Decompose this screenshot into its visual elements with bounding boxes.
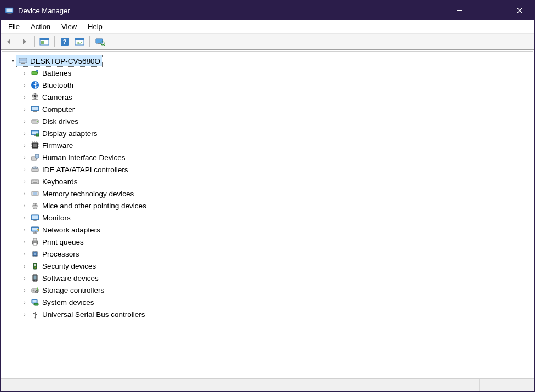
menu-help[interactable]: Help — [83, 21, 107, 32]
expander-icon[interactable]: › — [21, 263, 29, 269]
processor-icon — [30, 249, 40, 259]
svg-rect-52 — [38, 181, 39, 182]
tree-node[interactable]: › Firmware — [4, 139, 531, 151]
tree-node[interactable]: › Cameras — [4, 91, 531, 103]
battery-icon — [30, 68, 40, 78]
expander-icon[interactable]: › — [21, 143, 29, 149]
expander-icon[interactable]: › — [21, 299, 29, 305]
expander-icon[interactable]: › — [21, 155, 29, 161]
expander-icon[interactable]: › — [21, 70, 29, 76]
tree-node[interactable]: › IDE ATA/ATAPI controllers — [4, 163, 531, 175]
tree-node[interactable]: › Universal Serial Bus controllers — [4, 308, 531, 320]
toolbar-monitors-button[interactable] — [93, 35, 106, 48]
svg-point-85 — [35, 317, 36, 319]
bluetooth-icon — [30, 80, 40, 90]
window-title: Device Manager — [18, 7, 444, 15]
tree-node[interactable]: › Network adapters — [4, 224, 531, 236]
menu-action[interactable]: Action — [26, 21, 55, 32]
tree-node[interactable]: › Keyboards — [4, 175, 531, 188]
tree-node[interactable]: › Memory technology devices — [4, 188, 531, 200]
svg-rect-18 — [21, 63, 25, 64]
expander-icon[interactable]: › — [21, 118, 29, 124]
svg-rect-19 — [20, 64, 26, 64]
toolbar-back-button[interactable] — [3, 35, 16, 48]
svg-rect-20 — [32, 71, 37, 75]
svg-rect-74 — [34, 276, 37, 280]
toolbar: ? — [1, 33, 534, 50]
usb-icon — [30, 309, 40, 319]
svg-point-22 — [36, 70, 38, 72]
tree-node-label: IDE ATA/ATAPI controllers — [42, 166, 128, 174]
expander-icon[interactable]: › — [21, 215, 29, 221]
menubar: File Action View Help — [1, 20, 534, 33]
expander-icon[interactable]: › — [21, 94, 29, 100]
statusbar — [1, 378, 534, 391]
expander-icon[interactable]: › — [21, 275, 29, 281]
menu-view[interactable]: View — [57, 21, 81, 32]
svg-rect-37 — [34, 135, 36, 136]
tree-node[interactable]: › Computer — [4, 103, 531, 115]
system-icon — [30, 297, 40, 307]
tree-node-label: Disk drives — [42, 117, 78, 126]
tree-root-node[interactable]: ▾ DESKTOP-CV5680O — [4, 55, 531, 67]
tree-node[interactable]: › Software devices — [4, 272, 531, 284]
tree-node[interactable]: › System devices — [4, 296, 531, 308]
svg-rect-84 — [36, 304, 37, 304]
svg-text:?: ? — [63, 38, 67, 45]
svg-rect-31 — [32, 112, 38, 112]
status-cell — [1, 379, 386, 391]
ide-icon — [30, 164, 40, 174]
expander-icon[interactable]: › — [21, 130, 29, 137]
tree-node[interactable]: › Security devices — [4, 260, 531, 272]
svg-point-26 — [34, 95, 37, 98]
toolbar-help-button[interactable]: ? — [58, 35, 71, 48]
tree-node[interactable]: › Disk drives — [4, 115, 531, 127]
expander-icon[interactable]: › — [21, 227, 29, 233]
tree-node[interactable]: › Monitors — [4, 212, 531, 224]
tree-node-label: Display adapters — [42, 129, 98, 138]
tree-node[interactable]: › Bluetooth — [4, 79, 531, 91]
tree-node-label: Batteries — [42, 69, 71, 77]
toolbar-scan-button[interactable] — [73, 35, 86, 48]
svg-rect-12 — [75, 38, 84, 40]
tree-node[interactable]: › Storage controllers — [4, 284, 531, 296]
svg-rect-3 — [7, 14, 12, 14]
expander-icon[interactable]: › — [21, 251, 29, 257]
expander-icon[interactable]: › — [21, 191, 29, 197]
tree-node[interactable]: › Mice and other pointing devices — [4, 200, 531, 212]
software-icon — [30, 273, 40, 283]
svg-rect-17 — [20, 59, 26, 62]
expander-icon[interactable]: › — [21, 203, 29, 209]
security-icon — [30, 261, 40, 271]
expander-icon[interactable]: ▾ — [9, 58, 16, 64]
tree-node[interactable]: › Processors — [4, 248, 531, 260]
menu-file[interactable]: File — [4, 21, 24, 32]
svg-point-86 — [33, 313, 34, 314]
tree-node-label: Mice and other pointing devices — [42, 202, 146, 210]
tree-node[interactable]: › Print queues — [4, 236, 531, 248]
maximize-button[interactable] — [474, 1, 504, 20]
toolbar-forward-button[interactable] — [18, 35, 31, 48]
svg-rect-51 — [36, 181, 37, 182]
minimize-button[interactable] — [444, 1, 474, 20]
svg-point-77 — [33, 290, 35, 292]
svg-rect-14 — [98, 43, 100, 44]
svg-rect-87 — [36, 314, 37, 315]
expander-icon[interactable]: › — [21, 82, 29, 88]
svg-rect-13 — [96, 39, 103, 43]
expander-icon[interactable]: › — [21, 179, 29, 185]
expander-icon[interactable]: › — [21, 167, 29, 173]
tree-node[interactable]: › Batteries — [4, 67, 531, 79]
expander-icon[interactable]: › — [21, 287, 29, 293]
close-button[interactable] — [504, 1, 534, 20]
expander-icon[interactable]: › — [21, 239, 29, 245]
expander-icon[interactable]: › — [21, 106, 29, 112]
svg-rect-56 — [32, 196, 38, 196]
svg-rect-48 — [32, 181, 33, 182]
expander-icon[interactable]: › — [21, 311, 29, 317]
toolbar-show-hide-tree-button[interactable] — [38, 35, 51, 48]
svg-rect-69 — [34, 253, 36, 255]
device-tree[interactable]: ▾ DESKTOP-CV5680O › Batteries › Bluetoot… — [2, 51, 533, 377]
tree-node[interactable]: › Human Interface Devices — [4, 151, 531, 163]
tree-node[interactable]: › Display adapters — [4, 127, 531, 139]
